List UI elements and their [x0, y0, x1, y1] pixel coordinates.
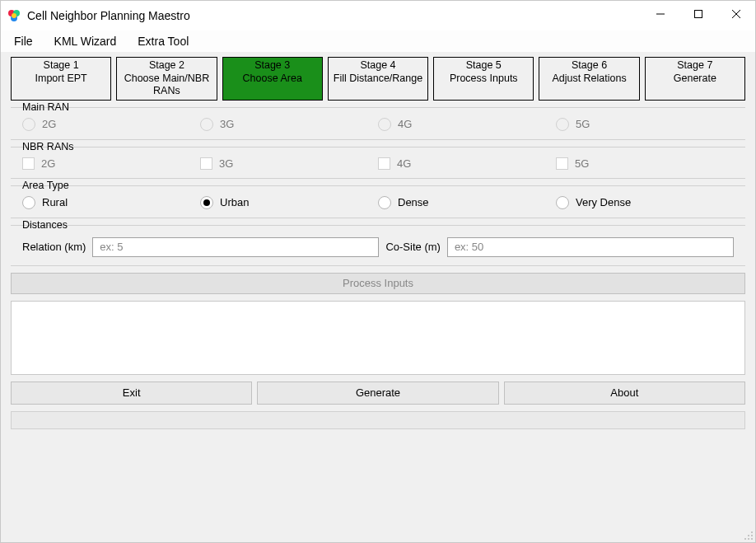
- svg-point-11: [744, 538, 746, 540]
- stage-2-button[interactable]: Stage 2Choose Main/NBR RANs: [116, 57, 217, 101]
- nbr-ran-4g-checkbox: [378, 157, 390, 170]
- cosite-label: Co-Site (m): [385, 241, 440, 253]
- relation-input[interactable]: [92, 237, 379, 257]
- bottom-button-row: Exit Generate About: [11, 382, 745, 405]
- svg-point-8: [751, 531, 753, 533]
- nbr-ran-3g-checkbox: [200, 157, 212, 170]
- about-button[interactable]: About: [504, 382, 745, 405]
- main-ran-2g-radio: [22, 118, 35, 131]
- nbr-ran-4g-label: 4G: [397, 157, 411, 170]
- area-type-urban-label: Urban: [220, 196, 249, 208]
- nbr-ran-2g-checkbox: [22, 157, 35, 170]
- svg-point-12: [748, 538, 749, 540]
- resize-grip-icon[interactable]: [742, 529, 754, 541]
- process-inputs-button: Process Inputs: [11, 273, 745, 294]
- main-ran-3g-label: 3G: [220, 118, 234, 130]
- maximize-button[interactable]: [679, 1, 717, 27]
- menu-extra-tool[interactable]: Extra Tool: [134, 33, 192, 49]
- exit-button[interactable]: Exit: [11, 382, 252, 405]
- cosite-input[interactable]: [447, 237, 734, 257]
- area-type-dense-radio[interactable]: [378, 196, 391, 209]
- distances-group-label: Distances: [19, 219, 71, 231]
- svg-point-13: [751, 538, 753, 540]
- nbr-ran-2g-label: 2G: [41, 157, 55, 170]
- area-type-urban-radio[interactable]: [200, 196, 213, 209]
- area-type-group: Area Type Rural Urban Dense Very Dense: [11, 185, 745, 218]
- main-ran-5g-radio: [556, 118, 569, 131]
- stage-bar: Stage 1Import EPT Stage 2Choose Main/NBR…: [11, 57, 745, 101]
- stage-5-button[interactable]: Stage 5Process Inputs: [433, 57, 534, 101]
- window-title: Cell Neighbor Planning Maestro: [27, 9, 642, 22]
- generate-button[interactable]: Generate: [257, 382, 498, 405]
- area-type-group-label: Area Type: [19, 180, 72, 191]
- status-bar: [11, 411, 745, 429]
- svg-point-3: [12, 13, 16, 18]
- main-ran-4g-label: 4G: [398, 118, 412, 130]
- distances-group: Distances Relation (km) Co-Site (m): [11, 225, 745, 266]
- app-window: Cell Neighbor Planning Maestro File KML …: [0, 0, 756, 543]
- stage-1-button[interactable]: Stage 1Import EPT: [11, 57, 111, 101]
- stage-7-button[interactable]: Stage 7Generate: [645, 57, 745, 101]
- main-ran-2g-label: 2G: [42, 118, 56, 130]
- stage-6-button[interactable]: Stage 6Adjust Relations: [539, 57, 639, 101]
- stage-3-button[interactable]: Stage 3Choose Area: [222, 57, 323, 101]
- main-ran-3g-radio: [200, 118, 213, 131]
- close-button[interactable]: [717, 1, 755, 27]
- menubar: File KML Wizard Extra Tool: [1, 30, 755, 52]
- main-ran-4g-radio: [378, 118, 391, 131]
- content-area: Stage 1Import EPT Stage 2Choose Main/NBR…: [1, 52, 755, 542]
- minimize-button[interactable]: [642, 1, 679, 27]
- svg-point-10: [751, 535, 753, 536]
- nbr-ran-5g-checkbox: [556, 157, 568, 170]
- svg-rect-5: [695, 11, 702, 18]
- area-type-dense-label: Dense: [398, 196, 429, 208]
- nbr-ran-3g-label: 3G: [219, 157, 233, 170]
- window-controls: [642, 1, 755, 30]
- area-type-rural-radio[interactable]: [22, 196, 35, 209]
- main-ran-5g-label: 5G: [576, 118, 590, 130]
- main-ran-group-label: Main RAN: [19, 101, 72, 113]
- app-icon: [7, 9, 21, 22]
- area-type-very-dense-radio[interactable]: [556, 196, 569, 209]
- relation-label: Relation (km): [22, 241, 86, 253]
- menu-file[interactable]: File: [11, 33, 36, 49]
- stage-4-button[interactable]: Stage 4Fill Distance/Range: [328, 57, 428, 101]
- menu-kml-wizard[interactable]: KML Wizard: [51, 33, 120, 49]
- nbr-rans-group: NBR RANs 2G 3G 4G 5G: [11, 147, 745, 179]
- area-type-very-dense-label: Very Dense: [576, 196, 631, 208]
- nbr-rans-group-label: NBR RANs: [19, 141, 77, 152]
- titlebar: Cell Neighbor Planning Maestro: [1, 1, 755, 30]
- main-ran-group: Main RAN 2G 3G 4G 5G: [11, 107, 745, 140]
- svg-point-9: [748, 535, 749, 536]
- nbr-ran-5g-label: 5G: [575, 157, 589, 170]
- log-output: [11, 301, 745, 375]
- area-type-rural-label: Rural: [42, 196, 68, 208]
